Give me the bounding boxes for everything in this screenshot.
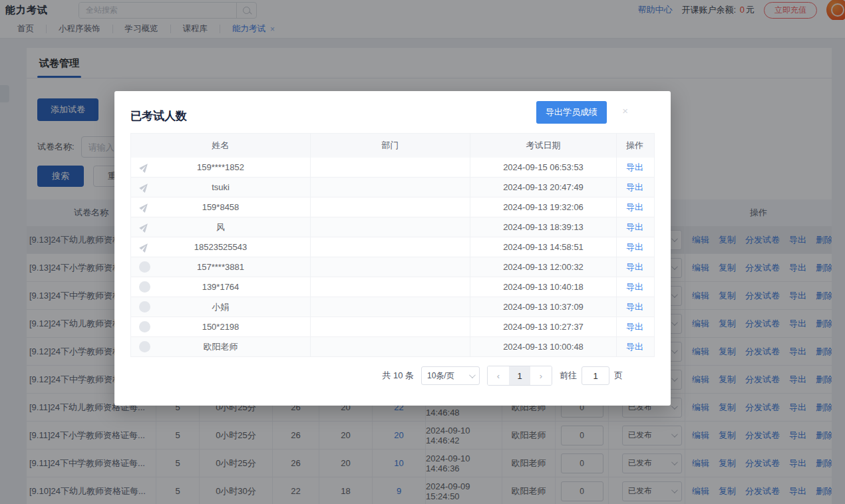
examinee-name: 159*8458 [202, 202, 240, 212]
examinee-action-cell: 导出 [617, 257, 654, 277]
examinee-name-cell: 小娟 [131, 297, 311, 316]
examinee-name-cell: 159****1852 [131, 158, 311, 177]
examinee-action-cell: 导出 [617, 158, 654, 177]
header-exam-date: 考试日期 [470, 134, 617, 158]
examinee-name-cell: 150*2198 [131, 317, 311, 336]
examinee-department [311, 257, 470, 277]
examinee-row: tsuki2024-09-13 20:47:49导出 [131, 178, 654, 197]
examinee-department [311, 217, 470, 237]
export-row-link[interactable]: 导出 [626, 201, 643, 213]
exam-date: 2024-09-13 12:00:32 [470, 257, 617, 277]
export-row-link[interactable]: 导出 [626, 221, 643, 233]
avatar-circle-icon [139, 261, 150, 273]
examinee-modal: 已考试人数 导出学员成绩 × 姓名 部门 考试日期 操作 159****1852… [114, 91, 671, 406]
examinee-name: 157****3881 [197, 262, 244, 272]
examinee-row: 139*17642024-09-13 10:40:18导出 [131, 277, 654, 297]
paper-plane-icon [139, 162, 150, 173]
examinee-row: 157****38812024-09-13 12:00:32导出 [131, 257, 654, 277]
export-row-link[interactable]: 导出 [626, 341, 643, 353]
examinee-action-cell: 导出 [617, 197, 654, 217]
header-action: 操作 [617, 134, 654, 158]
examinee-row: 159*84582024-09-13 19:32:06导出 [131, 197, 654, 217]
exam-date: 2024-09-13 10:27:37 [470, 317, 617, 336]
examinee-action-cell: 导出 [617, 277, 654, 297]
pagination: 共 10 条 10条/页 ‹ 1 › 前往 页 [114, 366, 671, 386]
next-page-icon[interactable]: › [530, 366, 552, 385]
examinee-department [311, 317, 470, 336]
app-screen: 能力考试 帮助中心 开课账户余额: 0元 立即充值 首页小程序装饰学习概览课程库… [0, 0, 845, 504]
examinee-name: 159****1852 [197, 162, 244, 172]
examinee-row: 风2024-09-13 18:39:13导出 [131, 217, 654, 237]
exam-date: 2024-09-13 14:58:51 [470, 237, 617, 257]
export-scores-button[interactable]: 导出学员成绩 [536, 101, 607, 124]
examinee-name: 139*1764 [202, 282, 240, 292]
examinee-table-header: 姓名 部门 考试日期 操作 [131, 134, 654, 158]
examinee-department [311, 277, 470, 297]
avatar-circle-icon [139, 301, 150, 313]
exam-date: 2024-09-13 10:00:48 [470, 337, 617, 356]
avatar-circle-icon [139, 341, 150, 352]
goto-page-input[interactable] [582, 366, 609, 385]
header-name: 姓名 [131, 134, 311, 158]
export-row-link[interactable]: 导出 [626, 301, 643, 313]
header-department: 部门 [311, 134, 470, 158]
exam-date: 2024-09-13 10:40:18 [470, 277, 617, 297]
prev-page-icon[interactable]: ‹ [488, 366, 509, 385]
modal-title: 已考试人数 [130, 110, 187, 122]
examinee-department [311, 337, 470, 356]
page-size-select[interactable]: 10条/页 [421, 366, 480, 385]
examinee-action-cell: 导出 [617, 317, 654, 336]
export-row-link[interactable]: 导出 [626, 281, 643, 293]
examinee-department [311, 197, 470, 217]
examinee-row: 欧阳老师2024-09-13 10:00:48导出 [131, 337, 654, 357]
goto-page: 前往 页 [560, 366, 623, 385]
examinee-action-cell: 导出 [617, 178, 654, 197]
examinee-name-cell: 风 [131, 217, 311, 237]
current-page[interactable]: 1 [509, 366, 530, 385]
examinee-department [311, 237, 470, 257]
examinee-row: 159****18522024-09-15 06:53:53导出 [131, 158, 654, 178]
examinee-row: 150*21982024-09-13 10:27:37导出 [131, 317, 654, 337]
examinee-name-cell: 159*8458 [131, 197, 311, 217]
examinee-name: 150*2198 [202, 322, 240, 332]
exam-date: 2024-09-13 20:47:49 [470, 178, 617, 197]
examinee-name-cell: 157****3881 [131, 257, 311, 277]
pagination-total: 共 10 条 [382, 370, 414, 382]
examinee-department [311, 158, 470, 177]
examinee-action-cell: 导出 [617, 297, 654, 316]
exam-date: 2024-09-13 10:37:09 [470, 297, 617, 316]
modal-header: 已考试人数 导出学员成绩 × [114, 91, 671, 124]
pager: ‹ 1 › [487, 366, 552, 386]
paper-plane-icon [139, 201, 150, 213]
examinee-name-cell: tsuki [131, 178, 311, 197]
chevron-down-icon [469, 372, 476, 378]
exam-date: 2024-09-15 06:53:53 [470, 158, 617, 177]
examinee-row: 小娟2024-09-13 10:37:09导出 [131, 297, 654, 317]
examinee-department [311, 297, 470, 316]
examinee-name-cell: 18523525543 [131, 237, 311, 257]
examinee-action-cell: 导出 [617, 337, 654, 356]
examinee-table: 姓名 部门 考试日期 操作 159****18522024-09-15 06:5… [130, 133, 655, 357]
examinee-name-cell: 139*1764 [131, 277, 311, 297]
examinee-action-cell: 导出 [617, 217, 654, 237]
examinee-name: tsuki [212, 182, 230, 192]
paper-plane-icon [139, 182, 150, 193]
examinee-name: 18523525543 [194, 242, 248, 252]
export-row-link[interactable]: 导出 [626, 261, 643, 273]
examinee-name: 小娟 [212, 301, 230, 313]
examinee-action-cell: 导出 [617, 237, 654, 257]
export-row-link[interactable]: 导出 [626, 182, 643, 193]
exam-date: 2024-09-13 18:39:13 [470, 217, 617, 237]
paper-plane-icon [139, 221, 150, 233]
examinee-row: 185235255432024-09-13 14:58:51导出 [131, 237, 654, 257]
avatar-circle-icon [139, 281, 150, 293]
avatar-circle-icon [139, 321, 150, 332]
examinee-name: 欧阳老师 [204, 341, 238, 353]
export-row-link[interactable]: 导出 [626, 162, 643, 174]
close-icon[interactable]: × [622, 106, 628, 116]
paper-plane-icon [139, 241, 150, 253]
export-row-link[interactable]: 导出 [626, 321, 643, 333]
examinee-name-cell: 欧阳老师 [131, 337, 311, 356]
examinee-department [311, 178, 470, 197]
export-row-link[interactable]: 导出 [626, 241, 643, 253]
